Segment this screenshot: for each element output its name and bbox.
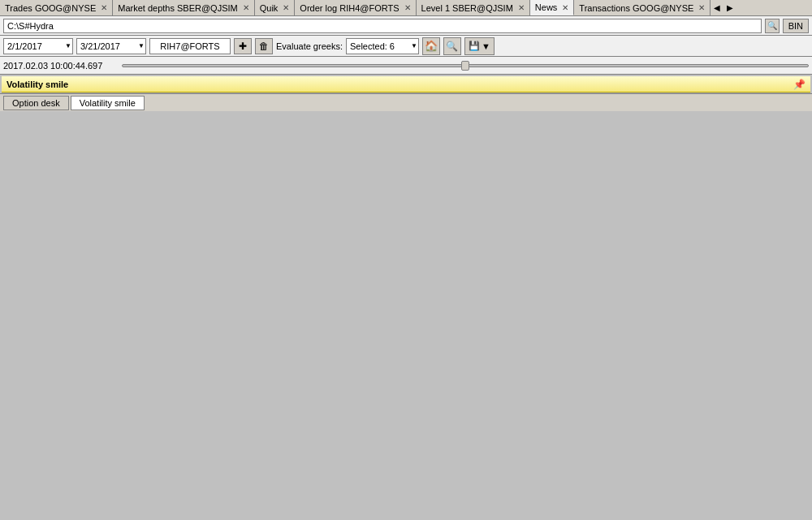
tab-market-depths[interactable]: Market depths SBER@QJSIM ✕ (113, 0, 255, 15)
tab-order-log[interactable]: Order log RIH4@FORTS ✕ (295, 0, 416, 15)
tab-label: News (535, 2, 558, 12)
address-search-button[interactable]: 🔍 (765, 19, 780, 33)
slider-thumb[interactable] (461, 61, 469, 71)
bin-label: BIN (788, 21, 803, 31)
close-icon[interactable]: ✕ (404, 3, 411, 12)
close-icon[interactable]: ✕ (698, 3, 705, 12)
tab-transactions[interactable]: Transactions GOOG@NYSE ✕ (574, 0, 710, 15)
tab-label: Order log RIH4@FORTS (300, 3, 399, 13)
symbol-input[interactable] (149, 38, 231, 54)
tab-label: Level 1 SBER@QJSIM (421, 3, 513, 13)
tab-label: Quik (260, 3, 279, 13)
tab-level1[interactable]: Level 1 SBER@QJSIM ✕ (417, 0, 530, 15)
save-dropdown-arrow: ▼ (482, 41, 490, 51)
tab-bar: Trades GOOG@NYSE ✕ Market depths SBER@QJ… (0, 0, 812, 16)
close-icon[interactable]: ✕ (562, 3, 568, 12)
close-icon[interactable]: ✕ (101, 3, 107, 12)
tab-label: Transactions GOOG@NYSE (579, 3, 693, 13)
toolbar: ▼ ▼ ✚ 🗑 Evaluate greeks: ▼ 🏠 🔍 💾 ▼ (0, 36, 812, 57)
tab-volatility-smile-label: Volatility smile (80, 98, 136, 108)
close-icon[interactable]: ✕ (518, 3, 525, 12)
time-slider[interactable] (122, 64, 809, 67)
tab-option-desk[interactable]: Option desk (3, 96, 69, 110)
save-icon: 💾 (469, 41, 480, 51)
tab-overflow-right[interactable]: ▶ (723, 0, 736, 15)
tab-label: Trades GOOG@NYSE (5, 3, 96, 13)
add-icon: ✚ (239, 41, 247, 52)
close-icon[interactable]: ✕ (283, 3, 289, 12)
greeks-select-input[interactable] (346, 38, 419, 54)
evaluate-greeks-label: Evaluate greeks: (276, 41, 343, 51)
date-to-input[interactable] (76, 38, 146, 54)
search-icon: 🔍 (446, 41, 458, 52)
delete-button[interactable]: 🗑 (255, 38, 273, 54)
home-button[interactable]: 🏠 (422, 37, 440, 55)
address-input[interactable] (3, 19, 762, 33)
tab-label: Market depths SBER@QJSIM (118, 3, 238, 13)
slider-row: 2017.02.03 10:00:44.697 (0, 57, 812, 75)
search-icon: 🔍 (767, 21, 777, 30)
date-from-wrapper: ▼ (3, 38, 73, 54)
address-bar: 🔍 BIN (0, 16, 812, 36)
chart-search-button[interactable]: 🔍 (443, 37, 461, 55)
bin-button[interactable]: BIN (783, 19, 809, 33)
date-to-wrapper: ▼ (76, 38, 146, 54)
close-icon[interactable]: ✕ (243, 3, 249, 12)
timestamp-label: 2017.02.03 10:00:44.697 (3, 61, 117, 71)
tab-option-desk-label: Option desk (12, 98, 60, 108)
date-from-input[interactable] (3, 38, 73, 54)
chart-title: Volatility smile (6, 80, 68, 89)
home-icon: 🏠 (425, 40, 438, 52)
tab-quik[interactable]: Quik ✕ (255, 0, 296, 15)
tab-overflow-left[interactable]: ◀ (710, 0, 723, 15)
pin-icon[interactable]: 📌 (793, 79, 806, 90)
chart-header: Volatility smile 📌 (2, 76, 810, 92)
tab-news[interactable]: News ✕ (530, 0, 575, 15)
tab-volatility-smile[interactable]: Volatility smile (71, 96, 145, 110)
bottom-tab-bar: Option desk Volatility smile (0, 93, 812, 111)
greeks-select-wrapper: ▼ (346, 38, 419, 54)
save-button[interactable]: 💾 ▼ (464, 37, 495, 55)
tab-trades-goog[interactable]: Trades GOOG@NYSE ✕ (0, 0, 113, 15)
delete-icon: 🗑 (259, 41, 269, 52)
add-button[interactable]: ✚ (234, 38, 252, 54)
